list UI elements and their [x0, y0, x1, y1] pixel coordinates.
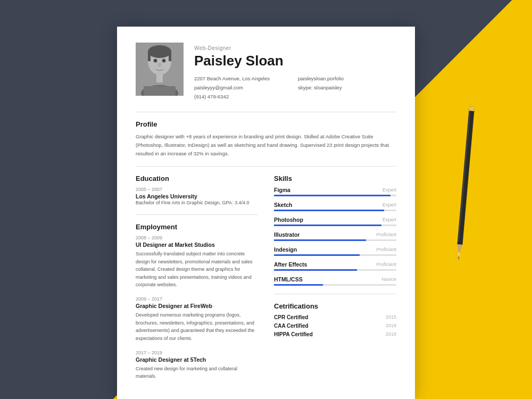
cert-name-2: HIPPA Certified: [274, 331, 313, 337]
skill-header-0: Figma Expert: [274, 187, 396, 193]
edu-degree-1: Bachelor of Fine Arts in Graphic Design,…: [136, 200, 258, 207]
emp-role-2: Graphic Designer at FireWeb: [136, 303, 258, 309]
skill-header-3: Illustrator Proficient: [274, 231, 396, 238]
emp-role-1: UI Designer at Market Studios: [136, 242, 258, 248]
svg-rect-16: [156, 74, 163, 82]
skill-bar-bg-5: [274, 269, 396, 271]
skill-level-6: Novice: [381, 277, 396, 282]
emp-entry-3: 2017 – 2019 Graphic Designer at 5Tech Cr…: [136, 350, 258, 380]
skill-header-2: Photoshop Expert: [274, 217, 396, 223]
skill-bar-fill-5: [274, 269, 357, 271]
skill-name-6: HTML/CSS: [274, 276, 303, 282]
cert-year-1: 2018: [386, 323, 396, 329]
svg-point-14: [163, 60, 165, 62]
skill-name-2: Photoshop: [274, 217, 303, 223]
right-column: Skills Figma Expert Sketch Expert Photos…: [274, 174, 396, 388]
profile-text: Graphic designer with +8 years of experi…: [136, 132, 396, 158]
svg-rect-10: [169, 52, 171, 61]
cert-item-2: HIPPA Certified 2018: [274, 331, 396, 337]
svg-point-13: [154, 60, 157, 62]
svg-rect-18: [144, 86, 176, 96]
divider-1: [136, 112, 396, 112]
cert-name-0: CPR Certified: [274, 314, 308, 320]
skill-level-1: Expert: [383, 202, 396, 207]
cert-name-1: CAA Certified: [274, 323, 309, 329]
skill-bar-fill-2: [274, 225, 381, 226]
skill-bar-bg-0: [274, 195, 396, 196]
cert-year-0: 2015: [386, 314, 396, 320]
certifications-title: Cetrifications: [274, 302, 396, 310]
cert-item-1: CAA Certified 2018: [274, 323, 396, 329]
emp-entry-1: 2008 – 2009 UI Designer at Market Studio…: [136, 235, 258, 288]
certifications-container: CPR Certified 2015 CAA Certified 2018 HI…: [274, 314, 396, 337]
emp-desc-3: Created new design for marketing and col…: [136, 365, 258, 380]
skill-header-1: Sketch Expert: [274, 202, 396, 208]
skill-level-4: Proficient: [376, 247, 396, 252]
skill-bar-fill-4: [274, 254, 360, 256]
left-column: Education 2005 – 2007 Los Angeles Univer…: [136, 174, 258, 388]
emp-year-3: 2017 – 2019: [136, 350, 258, 355]
header-info: Web-Designer Paisley Sloan 2207 Beach Av…: [194, 43, 396, 101]
emp-desc-2: Developed numerous marketing programs (l…: [136, 311, 258, 342]
edu-institution-1: Los Angeles University: [136, 193, 258, 200]
skill-item-0: Figma Expert: [274, 187, 396, 196]
profile-title: Profile: [136, 120, 396, 128]
resume-header: Web-Designer Paisley Sloan 2207 Beach Av…: [136, 43, 396, 101]
skill-bar-bg-6: [274, 284, 396, 286]
edu-entry-1: 2005 – 2007 Los Angeles University Bache…: [136, 187, 258, 207]
skill-item-1: Sketch Expert: [274, 202, 396, 211]
skill-name-5: After Effects: [274, 261, 307, 268]
phone: (914) 479-6342: [194, 93, 293, 101]
svg-marker-4: [458, 256, 460, 260]
skill-header-6: HTML/CSS Novice: [274, 276, 396, 282]
skill-bar-fill-0: [274, 195, 390, 196]
divider-cert: [274, 294, 396, 294]
skill-bar-fill-6: [274, 284, 323, 286]
skype: skype: sloanpaisley: [298, 84, 396, 92]
skill-level-5: Proficient: [376, 262, 396, 267]
address: 2207 Beach Avenue, Los Angeles: [194, 74, 293, 82]
email: paisleyyy@gmail.com: [194, 84, 293, 92]
skill-bar-bg-2: [274, 225, 396, 226]
emp-role-3: Graphic Designer at 5Tech: [136, 356, 258, 363]
skills-title: Skills: [274, 174, 396, 182]
skill-level-3: Proficient: [376, 232, 396, 237]
cert-item-0: CPR Certified 2015: [274, 314, 396, 320]
svg-rect-5: [469, 106, 475, 111]
full-name: Paisley Sloan: [194, 53, 396, 69]
svg-point-8: [148, 45, 171, 58]
skill-level-0: Expert: [383, 187, 396, 193]
skill-item-3: Illustrator Proficient: [274, 231, 396, 241]
website: paisleysloan.porfolio: [298, 74, 396, 82]
resume-card: Web-Designer Paisley Sloan 2207 Beach Av…: [117, 27, 415, 399]
skill-name-3: Illustrator: [274, 231, 300, 238]
skill-header-5: After Effects Proficient: [274, 261, 396, 268]
skill-item-5: After Effects Proficient: [274, 261, 396, 271]
two-col-layout: Education 2005 – 2007 Los Angeles Univer…: [136, 174, 396, 388]
employment-title: Employment: [136, 223, 258, 231]
emp-desc-1: Successfully translated subject matter i…: [136, 250, 258, 288]
avatar: [136, 43, 184, 96]
skill-name-1: Sketch: [274, 202, 292, 208]
skill-name-4: Indesign: [274, 246, 297, 253]
edu-year-1: 2005 – 2007: [136, 187, 258, 192]
skill-bar-bg-1: [274, 210, 396, 211]
skill-bar-fill-3: [274, 239, 366, 241]
profile-section: Profile Graphic designer with +8 years o…: [136, 120, 396, 158]
education-title: Education: [136, 174, 258, 182]
skill-header-4: Indesign Proficient: [274, 246, 396, 253]
skill-item-6: HTML/CSS Novice: [274, 276, 396, 286]
job-title: Web-Designer: [194, 45, 396, 51]
skills-container: Figma Expert Sketch Expert Photoshop Exp…: [274, 187, 396, 286]
divider-2: [136, 166, 396, 167]
skill-item-2: Photoshop Expert: [274, 217, 396, 226]
emp-year-1: 2008 – 2009: [136, 235, 258, 240]
skill-item-4: Indesign Proficient: [274, 246, 396, 256]
skill-name-0: Figma: [274, 187, 290, 193]
emp-year-2: 2009 – 2017: [136, 296, 258, 302]
svg-point-15: [158, 63, 161, 67]
svg-rect-9: [148, 52, 151, 61]
skill-level-2: Expert: [383, 217, 396, 222]
skill-bar-bg-4: [274, 254, 396, 256]
skill-bar-fill-1: [274, 210, 384, 211]
